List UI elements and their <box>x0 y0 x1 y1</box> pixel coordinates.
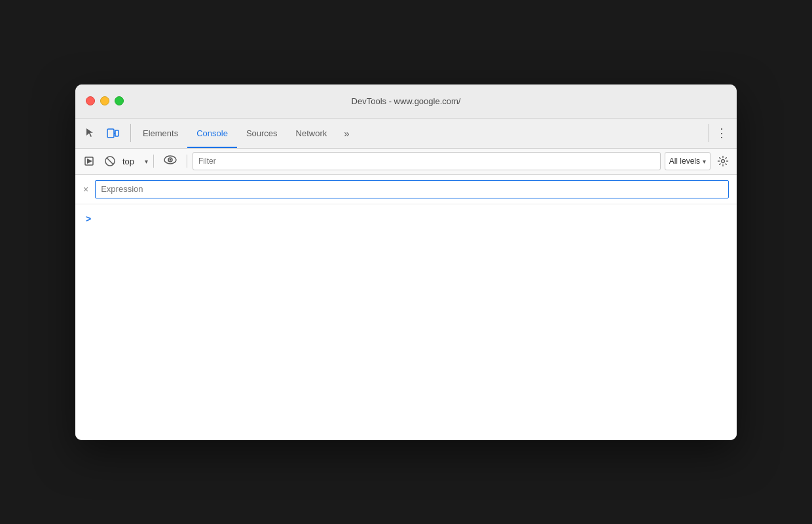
tab-sources[interactable]: Sources <box>237 118 287 148</box>
toolbar-divider-1 <box>153 155 154 168</box>
tab-console[interactable]: Console <box>187 118 237 148</box>
svg-rect-0 <box>107 129 114 138</box>
preserve-log-icon <box>84 156 94 166</box>
tab-bar-icons <box>81 123 122 143</box>
minimize-button[interactable] <box>100 96 109 105</box>
svg-marker-4 <box>87 159 92 164</box>
inspect-element-button[interactable] <box>81 123 100 143</box>
expression-row: × <box>75 175 737 204</box>
tab-bar: Elements Console Sources Network » ⋮ <box>75 119 737 149</box>
devtools-window: DevTools - www.google.com/ Ele <box>75 84 737 440</box>
eye-icon <box>163 155 177 165</box>
live-expressions-button[interactable] <box>159 155 181 168</box>
tab-separator <box>130 124 131 142</box>
toolbar-divider-2 <box>187 155 187 168</box>
levels-label: All levels <box>669 157 700 166</box>
more-options-button[interactable]: ⋮ <box>712 123 731 143</box>
prompt-arrow: > <box>86 214 91 224</box>
tab-network[interactable]: Network <box>287 118 337 148</box>
console-prompt[interactable]: > <box>75 210 737 228</box>
svg-point-9 <box>170 159 172 161</box>
tab-bar-right: ⋮ <box>706 123 731 143</box>
levels-arrow-icon: ▾ <box>703 158 706 165</box>
window-title: DevTools - www.google.com/ <box>352 96 461 106</box>
clear-console-button[interactable] <box>101 153 119 170</box>
tab-elements[interactable]: Elements <box>134 118 187 148</box>
tab-bar-right-separator <box>709 124 709 142</box>
device-icon <box>106 126 119 140</box>
console-settings-button[interactable] <box>714 153 731 170</box>
context-select-input[interactable]: top <box>122 157 148 166</box>
filter-input[interactable] <box>193 152 661 170</box>
clear-console-icon <box>104 155 116 167</box>
console-toolbar: top ▾ All levels ▾ <box>75 149 737 175</box>
svg-rect-1 <box>115 130 119 136</box>
maximize-button[interactable] <box>115 96 124 105</box>
svg-line-6 <box>107 158 113 164</box>
traffic-lights <box>86 96 124 105</box>
device-toolbar-button[interactable] <box>103 123 122 143</box>
svg-point-10 <box>722 160 725 163</box>
close-button[interactable] <box>86 96 95 105</box>
console-area[interactable]: > <box>75 204 737 440</box>
context-selector[interactable]: top ▾ <box>122 157 148 166</box>
title-bar: DevTools - www.google.com/ <box>75 84 737 119</box>
inspect-icon <box>84 126 97 140</box>
more-tabs-button[interactable]: » <box>339 123 354 143</box>
tabs: Elements Console Sources Network » <box>134 118 706 148</box>
expression-input[interactable] <box>95 180 729 198</box>
log-levels-selector[interactable]: All levels ▾ <box>665 152 710 170</box>
gear-icon <box>717 155 729 167</box>
preserve-log-button[interactable] <box>81 153 98 170</box>
close-expression-button[interactable]: × <box>83 185 88 194</box>
